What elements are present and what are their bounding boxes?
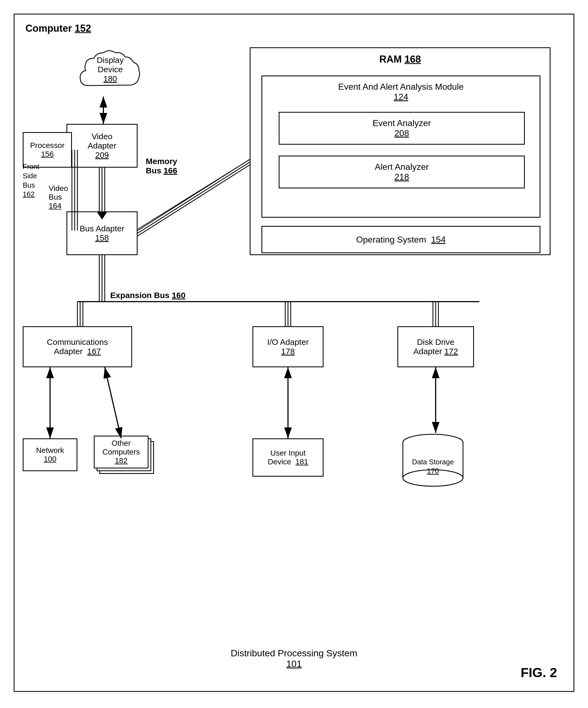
video-bus-label: VideoBus164 [49,184,68,210]
computer-num: 152 [75,23,91,34]
alert-analyzer-box: Alert Analyzer218 [279,156,525,188]
processor-label: Processor156 [30,141,64,158]
event-alert-box: Event And Alert Analysis Module124 Event… [261,76,540,218]
network-label: Network100 [36,446,64,464]
front-side-bus-label: FrontSideBus162 [23,162,39,199]
event-analyzer-box: Event Analyzer208 [279,112,525,145]
other-computers-label: Other Computers182 [95,439,148,465]
expansion-bus-label: Expansion Bus 160 [110,291,185,300]
os-label: Operating System 154 [356,235,445,245]
svg-line-17 [138,165,250,236]
svg-text:Data Storage: Data Storage [412,458,454,466]
svg-text:170: 170 [427,467,439,475]
comm-adapter-label: CommunicationsAdapter 167 [47,337,108,356]
video-adapter-label: VideoAdapter209 [88,132,116,160]
other-computers-stack: Other Computers182 [94,436,154,474]
user-input-label: User InputDevice 181 [268,449,308,466]
bus-adapter-box: Bus Adapter158 [66,211,138,255]
event-analyzer-label: Event Analyzer208 [373,118,431,138]
user-input-box: User InputDevice 181 [253,438,324,477]
computer-label: Computer 152 [25,23,91,34]
video-adapter-box: VideoAdapter209 [66,124,138,168]
io-adapter-box: I/O Adapter178 [253,326,324,367]
comm-adapter-box: CommunicationsAdapter 167 [23,326,132,367]
os-box: Operating System 154 [261,226,540,253]
svg-line-35 [105,367,121,438]
other-computers-box-front: Other Computers182 [94,436,148,468]
page: Computer 152 RAM 168 Event And Alert Ana… [14,14,574,692]
display-device: DisplayDevice180 [75,42,146,96]
disk-adapter-box: Disk DriveAdapter 172 [398,326,474,367]
fig-label: FIG. 2 [521,665,557,680]
bus-adapter-label: Bus Adapter158 [80,224,124,242]
io-adapter-label: I/O Adapter178 [267,337,309,356]
network-box: Network100 [23,438,78,471]
memory-bus-label: MemoryBus 166 [146,157,177,175]
ram-box: RAM 168 Event And Alert Analysis Module1… [250,47,551,255]
data-storage: Data Storage 170 [395,433,471,482]
ram-label: RAM 168 [379,54,421,65]
disk-adapter-label: Disk DriveAdapter 172 [413,337,458,356]
alert-analyzer-label: Alert Analyzer218 [375,162,429,182]
distributed-label: Distributed Processing System101 [231,648,357,669]
event-alert-label: Event And Alert Analysis Module124 [338,82,464,102]
